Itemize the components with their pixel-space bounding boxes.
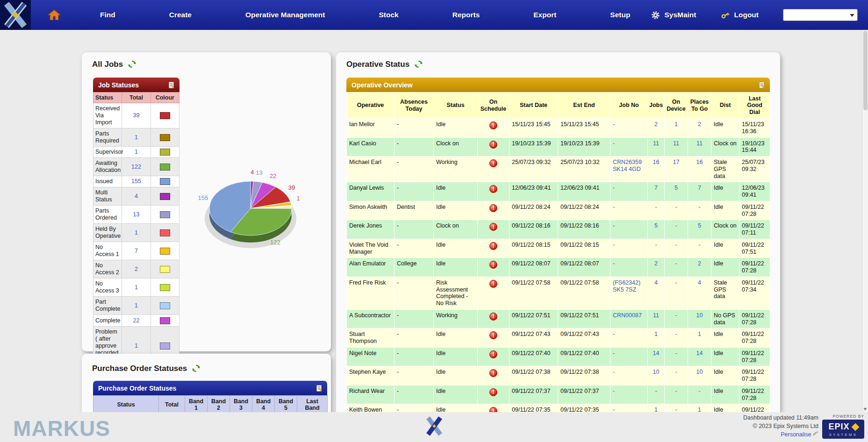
op-on_device-link[interactable]: 17 [673, 159, 680, 165]
op-on_device-link[interactable]: - [675, 312, 677, 319]
refresh-purchase-orders-button[interactable] [192, 364, 201, 373]
job-status-total-link[interactable]: 1 [135, 302, 138, 309]
op-jobs-link[interactable]: 5 [654, 222, 658, 229]
op-on_device-link[interactable]: 11 [673, 140, 679, 147]
op-places-link[interactable]: 10 [696, 312, 703, 319]
op-job_no-link[interactable]: (FS62342) SK5 7SZ [613, 279, 640, 293]
job-status-total-link[interactable]: 7 [135, 248, 138, 254]
op-job_no-link[interactable]: - [613, 185, 615, 191]
job-status-total-link[interactable]: 1 [135, 149, 138, 155]
colour-swatch [160, 178, 170, 185]
nav-item-find[interactable]: Find [100, 11, 115, 19]
op-cell-absences: Dentist [395, 201, 434, 220]
job-status-total-link[interactable]: 13 [133, 211, 140, 218]
op-places-link[interactable]: 2 [698, 121, 701, 128]
sysmaint-button[interactable]: SysMaint [651, 10, 696, 20]
op-places-link[interactable]: 2 [698, 260, 701, 267]
op-jobs-link[interactable]: 7 [654, 185, 658, 191]
op-jobs-link[interactable]: - [655, 204, 657, 210]
op-cell-est_end: 09/11/22 07:58 [558, 277, 610, 309]
op-cell-est_end: 09/11/22 08:07 [558, 258, 610, 277]
epix-x-logo[interactable] [0, 0, 31, 30]
op-job_no-link[interactable]: - [613, 204, 615, 210]
scrollbar-thumb[interactable] [863, 31, 868, 110]
scrollbar-down-arrow[interactable] [863, 408, 867, 411]
nav-dropdown[interactable] [783, 9, 858, 21]
colour-swatch [160, 248, 170, 255]
op-on_device-link[interactable]: - [675, 350, 677, 356]
nav-item-export[interactable]: Export [533, 11, 556, 19]
refresh-operative-status-button[interactable] [414, 60, 423, 69]
op-jobs-link[interactable]: 11 [653, 140, 659, 147]
home-button[interactable] [48, 9, 62, 21]
nav-item-operative-management[interactable]: Operative Management [245, 11, 325, 19]
job-status-total-link[interactable]: 122 [131, 164, 141, 170]
op-job_no-link[interactable]: - [613, 369, 615, 375]
job-status-total-link[interactable]: 22 [133, 317, 140, 324]
op-job_no-link[interactable]: - [613, 331, 615, 337]
op-jobs-link[interactable]: 16 [653, 159, 660, 165]
op-on_device-link[interactable]: - [675, 331, 677, 337]
op-jobs-link[interactable]: 11 [653, 312, 659, 319]
op-jobs-link[interactable]: 10 [653, 369, 660, 375]
job-status-total-link[interactable]: 1 [135, 284, 138, 291]
nav-item-setup[interactable]: Setup [610, 11, 630, 19]
op-jobs-link[interactable]: 4 [654, 279, 658, 286]
op-jobs-link[interactable]: 1 [654, 331, 658, 337]
job-status-total-link[interactable]: 2 [135, 266, 138, 272]
op-on_device-link[interactable]: - [675, 222, 677, 229]
op-cell-est_end: 09/11/22 08:24 [558, 201, 610, 220]
op-job_no-link[interactable]: - [613, 350, 615, 356]
op-job_no-link[interactable]: - [613, 121, 615, 128]
op-on_device-link[interactable]: - [675, 242, 677, 248]
job-status-total-link[interactable]: 155 [131, 178, 141, 185]
job-status-total-link[interactable]: 4 [135, 193, 138, 200]
operative-overview-options-button[interactable] [758, 81, 766, 89]
op-jobs-link[interactable]: 2 [654, 260, 658, 267]
op-job_no-link[interactable]: - [613, 388, 615, 394]
op-on_device-link[interactable]: - [675, 388, 677, 394]
op-on_device-link[interactable]: 1 [674, 121, 678, 128]
op-jobs-link[interactable]: 14 [653, 350, 660, 356]
op-on_device-link[interactable]: - [675, 260, 677, 267]
op-job_no-link[interactable]: - [613, 242, 615, 248]
op-places-link[interactable]: 1 [698, 331, 701, 337]
op-places-link[interactable]: 10 [696, 369, 703, 375]
op-places-link[interactable]: 7 [698, 185, 701, 191]
op-on_device-link[interactable]: - [675, 369, 677, 375]
op-places-link[interactable]: - [698, 388, 700, 394]
op-jobs-link[interactable]: - [655, 388, 657, 394]
op-places-link[interactable]: 4 [698, 279, 701, 286]
op-on_device-link[interactable]: 5 [674, 185, 678, 191]
nav-item-create[interactable]: Create [169, 11, 192, 19]
job-status-name: Parts Required [93, 128, 122, 147]
job-status-total-link[interactable]: 1 [135, 134, 138, 141]
purchase-order-options-button[interactable] [316, 385, 323, 392]
op-job_no-link[interactable]: CRN26359 SK14 4GD [613, 159, 642, 172]
job-status-total-link[interactable]: 39 [133, 112, 140, 119]
op-places-link[interactable]: - [698, 242, 700, 248]
nav-item-stock[interactable]: Stock [379, 11, 398, 19]
op-job_no-link[interactable]: - [613, 222, 615, 229]
op-places-link[interactable]: 11 [696, 140, 703, 147]
op-places-link[interactable]: 14 [696, 350, 703, 356]
op-jobs-link[interactable]: 2 [654, 121, 658, 128]
personalise-link[interactable]: Personalise [781, 431, 811, 438]
vertical-scrollbar[interactable] [862, 30, 868, 412]
op-job_no-link[interactable]: - [613, 260, 615, 267]
op-job_no-link[interactable]: - [613, 140, 615, 147]
op-places-link[interactable]: 16 [696, 159, 703, 165]
op-places-link[interactable]: 5 [698, 222, 701, 229]
nav-item-reports[interactable]: Reports [452, 11, 480, 19]
op-on_device-link[interactable]: - [675, 279, 677, 286]
op-job_no-link[interactable]: CRN00087 [613, 312, 642, 319]
refresh-all-jobs-button[interactable] [128, 60, 136, 69]
op-jobs-link[interactable]: - [655, 242, 657, 248]
op-on_device-link[interactable]: - [675, 204, 677, 210]
op-cell-absences: - [395, 157, 434, 182]
job-status-total-link[interactable]: 1 [135, 229, 138, 236]
job-status-total-link[interactable]: 1 [135, 342, 138, 349]
op-places-link[interactable]: - [698, 204, 700, 210]
logout-button[interactable]: Logout [720, 10, 759, 20]
job-statuses-options-button[interactable] [168, 81, 175, 89]
